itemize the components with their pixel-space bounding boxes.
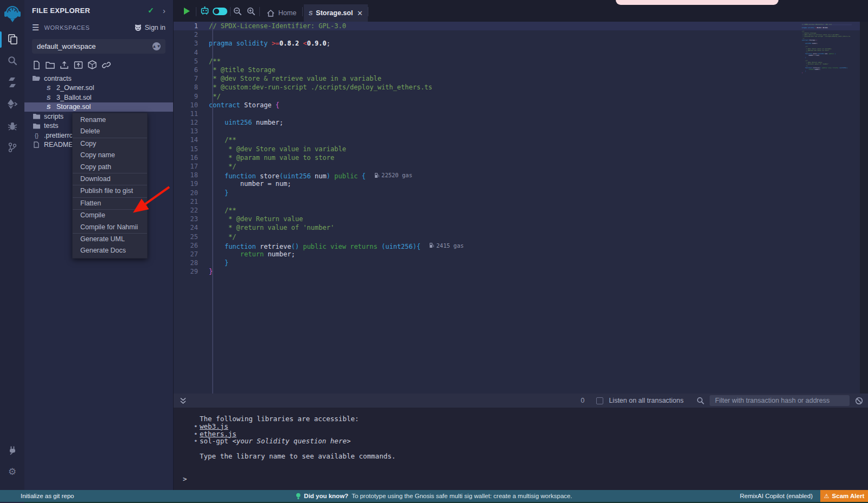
tab-close-icon[interactable]: ✕ — [357, 9, 363, 17]
code-line-18[interactable]: 18 function store(uint256 num) public {2… — [174, 171, 868, 179]
sidebar-item-plugin-manager[interactable] — [0, 439, 24, 461]
line-number[interactable]: 6 — [174, 66, 205, 74]
line-number[interactable]: 2 — [174, 30, 205, 39]
code-line-5[interactable]: 5/** — [174, 57, 868, 66]
sign-in-button[interactable]: Sign in — [134, 24, 165, 31]
code-line-19[interactable]: 19 number = num; — [174, 179, 868, 188]
zoom-out-button[interactable] — [233, 7, 242, 18]
code-line-26[interactable]: 26 function retrieve() public view retur… — [174, 241, 868, 250]
line-number[interactable]: 25 — [174, 233, 205, 241]
line-number[interactable]: 18 — [174, 171, 205, 179]
code-editor[interactable]: 1// SPDX-License-Identifier: GPL-3.023pr… — [174, 22, 868, 394]
terminal-search-icon[interactable] — [697, 397, 704, 404]
code-line-11[interactable]: 11 — [174, 109, 868, 118]
menu-item-generate-uml[interactable]: Generate UML — [73, 234, 147, 245]
line-number[interactable]: 16 — [174, 153, 205, 162]
line-number[interactable]: 9 — [174, 92, 205, 101]
line-number[interactable]: 21 — [174, 197, 205, 206]
line-number[interactable]: 29 — [174, 267, 205, 276]
line-number[interactable]: 11 — [174, 109, 205, 118]
transaction-filter-input[interactable] — [710, 395, 850, 406]
code-line-3[interactable]: 3pragma solidity >=0.8.2 <0.9.0; — [174, 39, 868, 48]
menu-item-rename[interactable]: Rename — [73, 114, 147, 126]
hamburger-menu-icon[interactable]: ☰ — [32, 23, 39, 33]
code-line-13[interactable]: 13 — [174, 127, 868, 136]
line-number[interactable]: 8 — [174, 83, 205, 92]
run-script-button[interactable] — [183, 7, 191, 17]
library-link-web3-js[interactable]: web3.js — [200, 422, 228, 430]
tree-item-storage-sol[interactable]: SStorage.sol — [24, 102, 173, 112]
clear-terminal-icon[interactable] — [855, 397, 863, 405]
library-link-ethers-js[interactable]: ethers.js — [200, 430, 237, 438]
code-line-7[interactable]: 7 * @dev Store & retrieve value in a var… — [174, 74, 868, 83]
code-line-16[interactable]: 16 * @param num value to store — [174, 153, 868, 162]
tree-item-2-owner-sol[interactable]: S2_Owner.sol — [24, 83, 173, 93]
copilot-toggle[interactable] — [213, 8, 227, 15]
menu-item-copy-name[interactable]: Copy name — [73, 150, 147, 161]
code-line-29[interactable]: 29} — [174, 267, 868, 276]
line-number[interactable]: 13 — [174, 127, 205, 136]
chevron-right-icon[interactable]: › — [163, 6, 165, 15]
code-line-25[interactable]: 25 */ — [174, 233, 868, 241]
line-number[interactable]: 17 — [174, 162, 205, 171]
terminal-output[interactable]: The following libraries are accessible: … — [174, 408, 868, 490]
code-line-4[interactable]: 4 — [174, 48, 868, 57]
upload-file-button[interactable] — [60, 61, 69, 69]
menu-item-publish-file-to-gist[interactable]: Publish file to gist — [73, 185, 147, 197]
line-number[interactable]: 7 — [174, 74, 205, 83]
remix-logo[interactable] — [0, 0, 24, 28]
code-line-10[interactable]: 10contract Storage { — [174, 101, 868, 109]
sidebar-item-git[interactable] — [0, 137, 24, 158]
line-number[interactable]: 27 — [174, 250, 205, 259]
copilot-status[interactable]: RemixAI Copilot (enabled) — [740, 493, 813, 499]
line-number[interactable]: 4 — [174, 48, 205, 57]
line-number[interactable]: 23 — [174, 215, 205, 223]
ipfs-publish-button[interactable] — [88, 60, 97, 69]
workspace-select[interactable]: default_workspace ▲▼ — [32, 39, 165, 54]
terminal-collapse-button[interactable] — [180, 397, 187, 404]
menu-item-flatten[interactable]: Flatten — [73, 198, 147, 209]
menu-item-copy[interactable]: Copy — [73, 138, 147, 150]
git-init-button[interactable]: Initialize as git repo — [0, 493, 74, 499]
terminal-prompt[interactable]: > — [174, 475, 868, 483]
line-number[interactable]: 14 — [174, 136, 205, 144]
sidebar-item-solidity-compiler[interactable] — [0, 72, 24, 93]
code-line-27[interactable]: 27 return number; — [174, 250, 868, 259]
editor-minimap[interactable]: // SPDX-License-Identifier: GPL-3.0pragm… — [802, 24, 852, 74]
code-line-12[interactable]: 12 uint256 number; — [174, 118, 868, 127]
tree-item-3-ballot-sol[interactable]: S3_Ballot.sol — [24, 93, 173, 102]
code-line-20[interactable]: 20 } — [174, 189, 868, 197]
scam-alert-button[interactable]: ⚠ Scam Alert — [820, 490, 868, 502]
workspace-caret-icon[interactable]: ▲▼ — [152, 42, 161, 50]
sidebar-item-debugger[interactable] — [0, 115, 24, 137]
line-number[interactable]: 24 — [174, 223, 205, 232]
menu-item-compile-for-nahmii[interactable]: Compile for Nahmii — [73, 222, 147, 233]
menu-item-compile[interactable]: Compile — [73, 210, 147, 221]
line-number[interactable]: 15 — [174, 145, 205, 153]
line-number[interactable]: 10 — [174, 101, 205, 109]
sidebar-item-deploy-and-run[interactable] — [0, 93, 24, 115]
code-line-28[interactable]: 28 } — [174, 259, 868, 267]
code-line-17[interactable]: 17 */ — [174, 162, 868, 171]
code-line-2[interactable]: 2 — [174, 30, 868, 39]
tab-storage-sol[interactable]: S Storage.sol ✕ — [304, 4, 368, 22]
editor-scrollbar-track[interactable] — [860, 22, 868, 394]
menu-item-generate-docs[interactable]: Generate Docs — [73, 245, 147, 256]
link-button[interactable] — [101, 61, 111, 69]
menu-item-download[interactable]: Download — [73, 173, 147, 185]
menu-item-copy-path[interactable]: Copy path — [73, 162, 147, 173]
line-number[interactable]: 22 — [174, 206, 205, 215]
tree-item-contracts[interactable]: contracts — [24, 74, 173, 83]
line-number[interactable]: 1 — [174, 22, 205, 30]
sidebar-item-search[interactable] — [0, 50, 24, 72]
line-number[interactable]: 12 — [174, 118, 205, 127]
sidebar-item-settings[interactable]: ⚙ — [0, 461, 24, 482]
code-line-1[interactable]: 1// SPDX-License-Identifier: GPL-3.0 — [174, 22, 868, 30]
code-line-15[interactable]: 15 * @dev Store value in variable — [174, 145, 868, 153]
upload-folder-button[interactable] — [74, 61, 83, 69]
ai-copilot-button[interactable] — [200, 7, 209, 17]
code-line-14[interactable]: 14 /** — [174, 136, 868, 144]
code-line-24[interactable]: 24 * @return value of 'number' — [174, 223, 868, 232]
menu-item-delete[interactable]: Delete — [73, 126, 147, 137]
code-line-21[interactable]: 21 — [174, 197, 868, 206]
